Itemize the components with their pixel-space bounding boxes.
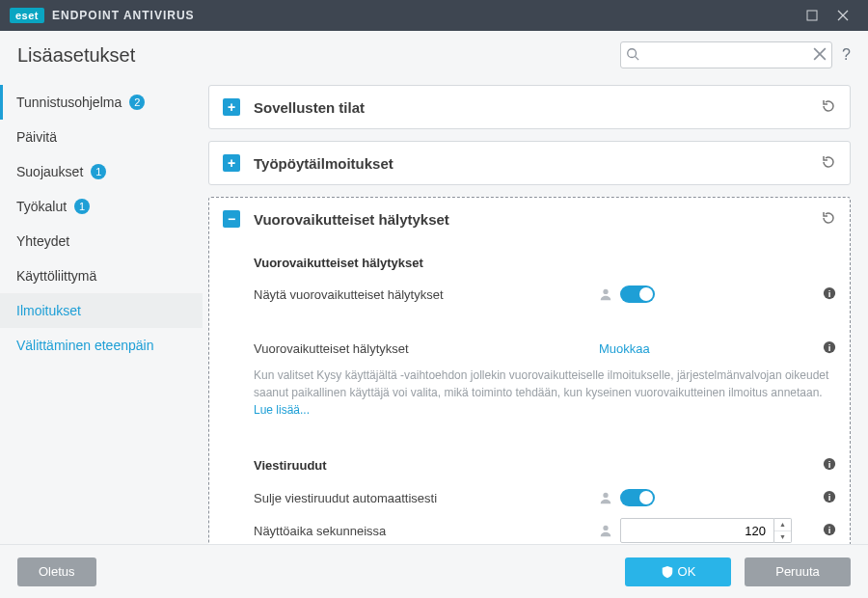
sidebar-item-2[interactable]: Suojaukset1: [0, 154, 203, 189]
sidebar-item-label: Suojaukset: [16, 164, 83, 179]
shield-icon: [661, 565, 674, 579]
badge: 1: [74, 199, 90, 214]
help-icon[interactable]: ?: [842, 46, 851, 64]
sidebar-item-label: Yhteydet: [16, 233, 69, 249]
search-icon: [626, 47, 639, 64]
description-text: Kun valitset Kysy käyttäjältä -vaihtoehd…: [254, 367, 836, 419]
reset-icon[interactable]: [821, 154, 836, 173]
window-maximize-icon[interactable]: [797, 0, 827, 31]
info-icon[interactable]: i: [823, 523, 836, 539]
panel-header-desktop-notif[interactable]: + Työpöytäilmoitukset: [209, 142, 850, 184]
svg-rect-0: [807, 11, 817, 20]
sidebar-item-5[interactable]: Käyttöliittymä: [0, 258, 203, 293]
cancel-button[interactable]: Peruuta: [745, 557, 851, 586]
ok-button[interactable]: OK: [625, 557, 731, 586]
section-title-alerts: Vuorovaikutteiset hälytykset: [254, 256, 836, 270]
label-alerts: Vuorovaikutteiset hälytykset: [254, 341, 599, 356]
brand-logo: eset: [10, 8, 44, 23]
search-input[interactable]: [620, 41, 832, 68]
svg-text:i: i: [828, 287, 831, 298]
svg-point-3: [628, 49, 637, 58]
user-icon: [599, 524, 612, 537]
sidebar-item-7[interactable]: Välittäminen eteenpäin: [0, 328, 203, 363]
label-show-alerts: Näytä vuorovaikutteiset hälytykset: [254, 287, 599, 302]
sidebar-item-label: Välittäminen eteenpäin: [16, 338, 153, 353]
reset-icon[interactable]: [821, 98, 836, 117]
panel-app-states: + Sovellusten tilat: [208, 85, 851, 129]
expand-icon: +: [223, 154, 240, 172]
window-close-icon[interactable]: [827, 0, 858, 31]
panel-title: Vuorovaikutteiset hälytykset: [254, 211, 821, 228]
panel-desktop-notif: + Työpöytäilmoitukset: [208, 141, 851, 185]
sidebar-item-label: Työkalut: [16, 199, 67, 214]
row-timeout: Näyttöaika sekunneissa ▲ ▼ i: [254, 516, 836, 544]
user-icon: [599, 287, 612, 301]
toggle-show-alerts[interactable]: [620, 285, 655, 303]
badge: 2: [129, 95, 145, 110]
badge: 1: [91, 164, 106, 179]
info-icon[interactable]: i: [823, 490, 836, 506]
footer: Oletus OK Peruuta: [0, 544, 868, 598]
sidebar-item-label: Tunnistusohjelma: [16, 95, 122, 110]
sidebar-item-6[interactable]: Ilmoitukset: [0, 293, 203, 328]
label-auto-close: Sulje viestiruudut automaattisesti: [254, 491, 599, 505]
timeout-input-wrap: ▲ ▼: [620, 518, 792, 543]
svg-point-17: [603, 526, 608, 530]
collapse-icon: −: [223, 210, 240, 228]
svg-point-7: [603, 289, 608, 294]
svg-line-4: [636, 57, 639, 61]
info-icon[interactable]: i: [823, 286, 836, 303]
timeout-input[interactable]: [620, 518, 774, 543]
link-read-more[interactable]: Lue lisää...: [254, 403, 310, 417]
reset-icon[interactable]: [821, 210, 836, 229]
titlebar: eset ENDPOINT ANTIVIRUS: [0, 0, 868, 31]
svg-text:i: i: [828, 341, 831, 352]
row-alerts-edit: Vuorovaikutteiset hälytykset Muokkaa i: [254, 334, 836, 363]
search-wrap: [620, 41, 832, 68]
label-timeout: Näyttöaika sekunneissa: [254, 524, 599, 538]
sidebar: Tunnistusohjelma2PäivitäSuojaukset1Työka…: [0, 79, 203, 544]
sidebar-item-0[interactable]: Tunnistusohjelma2: [0, 85, 203, 120]
row-auto-close: Sulje viestiruudut automaattisesti i: [254, 483, 836, 512]
page-title: Lisäasetukset: [17, 44, 620, 67]
row-show-alerts: Näytä vuorovaikutteiset hälytykset i: [254, 280, 836, 309]
expand-icon: +: [223, 98, 240, 116]
link-edit-alerts[interactable]: Muokkaa: [599, 341, 650, 356]
sidebar-item-label: Päivitä: [16, 129, 57, 145]
panel-header-interactive[interactable]: − Vuorovaikutteiset hälytykset: [209, 198, 850, 240]
sidebar-item-1[interactable]: Päivitä: [0, 120, 203, 154]
section-title-msgboxes: Viestiruudut i: [254, 457, 836, 474]
panel-title: Työpöytäilmoitukset: [254, 155, 821, 172]
toggle-auto-close[interactable]: [620, 489, 655, 506]
panel-title: Sovellusten tilat: [254, 99, 821, 116]
svg-text:i: i: [828, 459, 831, 470]
user-icon: [599, 491, 612, 504]
clear-search-icon[interactable]: [813, 47, 827, 64]
svg-text:i: i: [828, 524, 831, 534]
main-content: + Sovellusten tilat + Työpöytäilmoitukse…: [203, 79, 868, 544]
panel-interactive-alerts: − Vuorovaikutteiset hälytykset Vuorovaik…: [208, 197, 851, 544]
sidebar-item-label: Käyttöliittymä: [16, 268, 96, 284]
spin-down-icon[interactable]: ▼: [774, 531, 791, 543]
info-icon[interactable]: i: [823, 459, 836, 474]
sidebar-item-4[interactable]: Yhteydet: [0, 224, 203, 258]
svg-point-14: [603, 493, 608, 498]
sidebar-item-3[interactable]: Työkalut1: [0, 189, 203, 224]
info-icon[interactable]: i: [823, 340, 836, 357]
brand-product: ENDPOINT ANTIVIRUS: [52, 9, 195, 22]
panel-header-app-states[interactable]: + Sovellusten tilat: [209, 86, 850, 128]
default-button[interactable]: Oletus: [17, 557, 96, 586]
page-header: Lisäasetukset ?: [0, 31, 868, 79]
sidebar-item-label: Ilmoitukset: [16, 303, 81, 318]
spin-up-icon[interactable]: ▲: [774, 519, 791, 531]
svg-text:i: i: [828, 491, 831, 502]
